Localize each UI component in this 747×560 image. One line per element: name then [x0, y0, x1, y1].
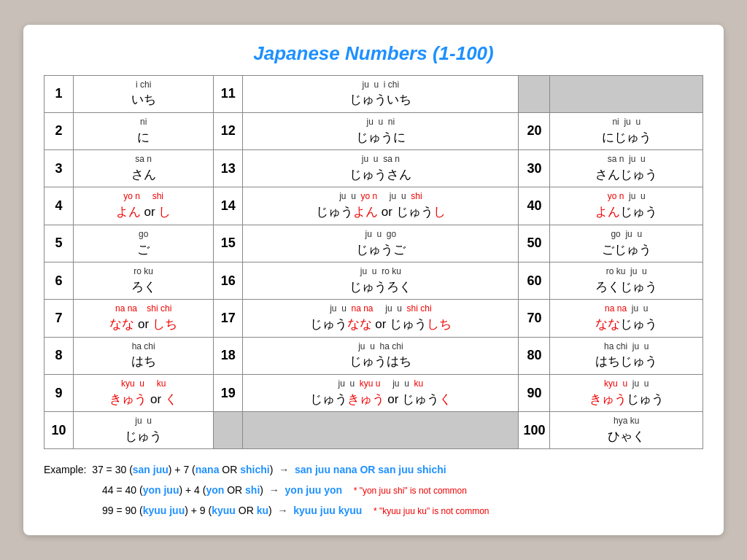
reading-1: i chi いち: [74, 75, 214, 112]
number-50: 50: [519, 225, 550, 262]
reading-50: go ju u ごじゅう: [550, 225, 703, 262]
cell-gray-10a: [214, 412, 243, 449]
number-17: 17: [214, 300, 243, 337]
reading-100: hya ku ひゃく: [550, 412, 703, 449]
table-row: 4 yo n shi よん or し 14 ju u yo n ju u shi…: [44, 187, 703, 225]
table-row: 5 go ご 15 ju u go じゅうご 50 go ju u ごじゅう: [44, 225, 703, 262]
table-row: 3 sa n さん 13 ju u sa n じゅうさん 30 sa n ju …: [44, 150, 703, 187]
reading-16: ju u ro ku じゅうろく: [243, 262, 519, 300]
number-60: 60: [519, 262, 550, 300]
example-3-text: 99 = 90 (kyuu juu) + 9 (kyuu OR ku) → ky…: [102, 505, 489, 516]
examples-section: Example: 37 = 30 (san juu) + 7 (nana OR …: [44, 459, 703, 521]
cell-gray-10b: [243, 412, 519, 449]
reading-7: na na shi chi なな or しち: [74, 300, 214, 337]
number-70: 70: [519, 300, 550, 337]
cell-gray-1b: [550, 75, 703, 112]
reading-18: ju u ha chi じゅうはち: [243, 337, 519, 374]
number-12: 12: [214, 112, 243, 149]
table-row: 6 ro ku ろく 16 ju u ro ku じゅうろく 60 ro ku …: [44, 262, 703, 300]
example-1-text: Example: 37 = 30 (san juu) + 7 (nana OR …: [44, 464, 446, 475]
number-19: 19: [214, 374, 243, 411]
number-10: 10: [44, 412, 74, 449]
number-1: 1: [44, 75, 74, 112]
reading-30: sa n ju u さんじゅう: [550, 150, 703, 187]
reading-19: ju u kyu u ju u ku じゅうきゅう or じゅうく: [243, 374, 519, 411]
number-7: 7: [44, 300, 74, 337]
number-3: 3: [44, 150, 74, 187]
table-row: 2 ni に 12 ju u ni じゅうに 20 ni ju u にじゅう: [44, 112, 703, 149]
reading-40: yo n ju u よんじゅう: [550, 187, 703, 225]
number-8: 8: [44, 337, 74, 374]
number-18: 18: [214, 337, 243, 374]
table-row: 8 ha chi はち 18 ju u ha chi じゅうはち 80 ha c…: [44, 337, 703, 374]
number-2: 2: [44, 112, 74, 149]
example-3: 99 = 90 (kyuu juu) + 9 (kyuu OR ku) → ky…: [102, 500, 703, 521]
reading-60: ro ku ju u ろくじゅう: [550, 262, 703, 300]
table-row: 9 kyu u ku きゅう or く 19 ju u kyu u ju u k…: [44, 374, 703, 411]
reading-80: ha chi ju u はちじゅう: [550, 337, 703, 374]
page-title: Japanese Numbers (1-100): [44, 42, 703, 65]
reading-10: ju u じゅう: [74, 412, 214, 449]
reading-90: kyu u ju u きゅうじゅう: [550, 374, 703, 411]
reading-20: ni ju u にじゅう: [550, 112, 703, 149]
cell-gray-1a: [519, 75, 550, 112]
number-30: 30: [519, 150, 550, 187]
reading-11: ju u i chi じゅういち: [243, 75, 519, 112]
number-9: 9: [44, 374, 74, 411]
number-6: 6: [44, 262, 74, 300]
number-20: 20: [519, 112, 550, 149]
reading-70: na na ju u ななじゅう: [550, 300, 703, 337]
table-row: 10 ju u じゅう 100 hya ku ひゃく: [44, 412, 703, 449]
number-14: 14: [214, 187, 243, 225]
reading-3: sa n さん: [74, 150, 214, 187]
reading-2: ni に: [74, 112, 214, 149]
example-1: Example: 37 = 30 (san juu) + 7 (nana OR …: [44, 459, 703, 480]
reading-4: yo n shi よん or し: [74, 187, 214, 225]
reading-6: ro ku ろく: [74, 262, 214, 300]
number-13: 13: [214, 150, 243, 187]
number-11: 11: [214, 75, 243, 112]
reading-15: ju u go じゅうご: [243, 225, 519, 262]
reading-12: ju u ni じゅうに: [243, 112, 519, 149]
number-80: 80: [519, 337, 550, 374]
numbers-table: 1 i chi いち 11 ju u i chi じゅういち 2 ni に: [44, 75, 703, 450]
number-90: 90: [519, 374, 550, 411]
number-100: 100: [519, 412, 550, 449]
main-card: Japanese Numbers (1-100) 1 i chi いち 11 j…: [23, 25, 724, 536]
reading-17: ju u na na ju u shi chi じゅうなな or じゅうしち: [243, 300, 519, 337]
example-2: 44 = 40 (yon juu) + 4 (yon OR shi) → yon…: [102, 480, 703, 500]
reading-9: kyu u ku きゅう or く: [74, 374, 214, 411]
reading-8: ha chi はち: [74, 337, 214, 374]
reading-5: go ご: [74, 225, 214, 262]
reading-13: ju u sa n じゅうさん: [243, 150, 519, 187]
number-40: 40: [519, 187, 550, 225]
table-row: 7 na na shi chi なな or しち 17 ju u na na j…: [44, 300, 703, 337]
table-row: 1 i chi いち 11 ju u i chi じゅういち: [44, 75, 703, 112]
example-2-text: 44 = 40 (yon juu) + 4 (yon OR shi) → yon…: [102, 484, 467, 496]
number-5: 5: [44, 225, 74, 262]
number-16: 16: [214, 262, 243, 300]
reading-14: ju u yo n ju u shi じゅうよん or じゅうし: [243, 187, 519, 225]
number-15: 15: [214, 225, 243, 262]
number-4: 4: [44, 187, 74, 225]
